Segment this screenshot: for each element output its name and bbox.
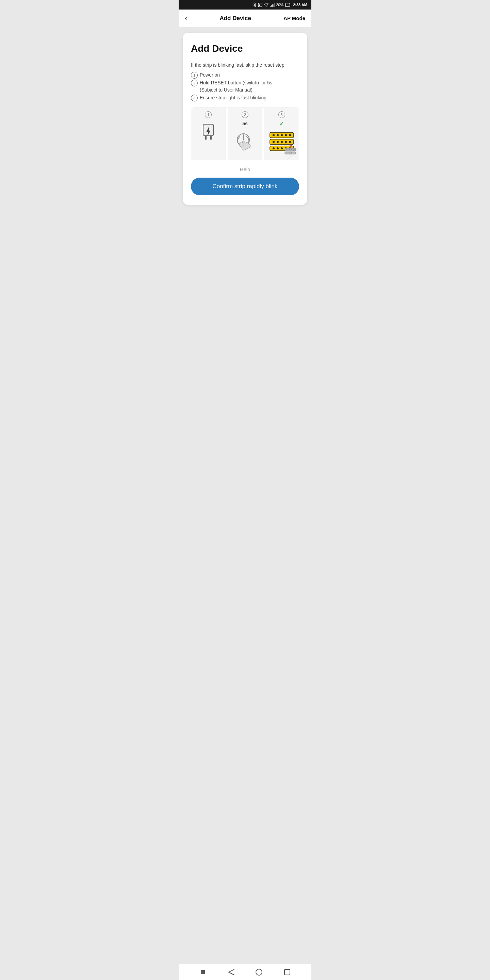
status-time: 2:38 AM — [293, 3, 307, 7]
step-1-text: Power on — [200, 72, 220, 79]
svg-point-20 — [277, 134, 279, 136]
diagram-num-1: 1 — [205, 111, 212, 118]
svg-point-29 — [272, 147, 275, 150]
status-icons: 20% — [253, 2, 291, 7]
svg-rect-5 — [272, 5, 272, 7]
add-device-card: Add Device If the strip is blinking fast… — [183, 33, 307, 205]
diagram-cell-1: 1 — [191, 108, 226, 160]
battery-percent: 20% — [276, 3, 283, 7]
svg-point-43 — [291, 153, 292, 153]
back-triangle-icon — [227, 969, 235, 975]
svg-point-48 — [256, 969, 262, 975]
nav-header: ‹ Add Device AP Mode — [179, 10, 311, 27]
step-2-text: Hold RESET button (switch) for 5s.(Subje… — [200, 79, 274, 94]
svg-point-22 — [285, 134, 287, 136]
diagram-section: 1 2 5s — [191, 108, 299, 160]
diagram-cell-2: 2 5s — [228, 108, 263, 160]
power-plug-icon — [199, 121, 218, 145]
svg-point-24 — [272, 141, 275, 143]
svg-line-2 — [267, 3, 268, 4]
svg-rect-12 — [210, 136, 212, 140]
confirm-button[interactable]: Confirm strip rapidly blink — [191, 178, 299, 195]
step-1: 1 Power on — [191, 72, 299, 79]
svg-rect-11 — [205, 136, 207, 140]
svg-rect-4 — [271, 5, 272, 7]
svg-point-28 — [289, 141, 291, 143]
svg-point-38 — [289, 149, 290, 150]
nfc-icon — [258, 3, 262, 7]
nav-recents-button[interactable] — [280, 966, 294, 979]
signal-icon — [270, 3, 275, 7]
status-bar: 20% 2:38 AM — [179, 0, 311, 10]
svg-rect-9 — [285, 3, 286, 6]
strip-bad-icon: ✕ — [284, 143, 297, 158]
svg-rect-47 — [201, 970, 205, 974]
card-title: Add Device — [191, 43, 299, 54]
svg-point-25 — [277, 141, 279, 143]
reset-button-icon — [232, 130, 258, 156]
svg-point-41 — [286, 153, 288, 153]
diagram-cell-3: 3 ✓ — [264, 108, 299, 160]
svg-point-1 — [266, 6, 266, 6]
svg-rect-7 — [274, 3, 275, 7]
square-icon — [200, 970, 205, 975]
step-2: 2 Hold RESET button (switch) for 5s.(Sub… — [191, 79, 299, 94]
step-1-num: 1 — [191, 72, 198, 79]
check-icon: ✓ — [279, 120, 284, 127]
nav-back-button[interactable] — [224, 966, 238, 979]
svg-point-23 — [289, 134, 291, 136]
svg-point-30 — [277, 147, 279, 150]
nav-square[interactable] — [196, 966, 210, 979]
home-circle-icon — [256, 969, 262, 975]
main-content: Add Device If the strip is blinking fast… — [179, 27, 311, 964]
svg-rect-3 — [270, 6, 270, 7]
svg-rect-6 — [273, 4, 274, 7]
step-3-text: Ensure strip light is fast blinking — [200, 94, 266, 102]
instructions-intro: If the strip is blinking fast, skip the … — [191, 61, 299, 69]
svg-point-21 — [281, 134, 283, 136]
step-2-num: 2 — [191, 80, 198, 86]
svg-point-19 — [272, 134, 275, 136]
svg-point-27 — [285, 141, 287, 143]
bottom-nav — [179, 964, 311, 980]
duration-label: 5s — [242, 121, 248, 126]
back-button[interactable]: ‹ — [185, 14, 187, 23]
svg-rect-49 — [285, 969, 290, 975]
page-title: Add Device — [220, 15, 251, 22]
diagram-num-2: 2 — [242, 111, 248, 118]
step-3: 3 Ensure strip light is fast blinking — [191, 94, 299, 102]
svg-point-39 — [291, 149, 292, 150]
svg-point-26 — [281, 141, 283, 143]
battery-icon — [285, 3, 291, 7]
svg-point-31 — [281, 147, 283, 150]
nav-home-button[interactable] — [252, 966, 266, 979]
intro-text: If the strip is blinking fast, skip the … — [191, 61, 299, 69]
steps-list: 1 Power on 2 Hold RESET button (switch) … — [191, 72, 299, 102]
svg-point-44 — [294, 153, 295, 153]
step-3-num: 3 — [191, 95, 198, 102]
svg-point-40 — [294, 149, 295, 150]
svg-point-37 — [286, 149, 288, 150]
bluetooth-icon — [253, 2, 256, 7]
svg-point-42 — [289, 153, 290, 153]
diagram-num-3: 3 — [278, 111, 285, 118]
svg-text:✕: ✕ — [289, 144, 292, 149]
wifi-off-icon — [264, 3, 269, 7]
recents-square-icon — [284, 969, 290, 975]
ap-mode-button[interactable]: AP Mode — [283, 15, 305, 21]
help-text[interactable]: Help — [191, 166, 299, 172]
